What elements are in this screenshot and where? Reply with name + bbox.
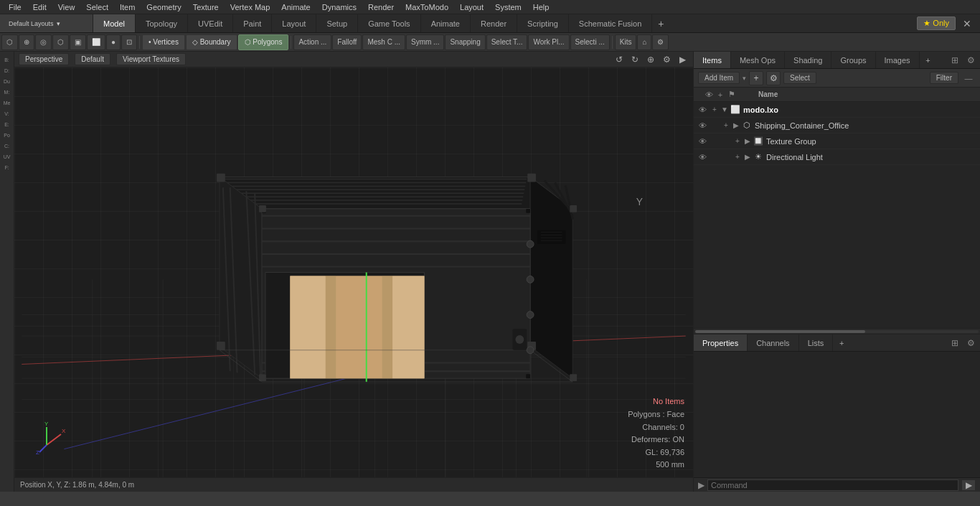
items-scrollbar[interactable] [694,328,980,334]
props-tab-lists[interactable]: Lists [799,334,834,351]
panel-tab-add-icon[interactable]: + [920,52,937,68]
left-tool-e[interactable]: E: [1,119,14,129]
menu-animate[interactable]: Animate [275,1,316,13]
work-plane-button[interactable]: Work Pl... [528,34,569,50]
panel-expand-icon[interactable]: ⊞ [948,54,961,67]
command-arrow-icon[interactable]: ▶ [698,480,705,490]
menu-view[interactable]: View [52,1,81,13]
tool-edit[interactable]: ⊡ [121,34,137,50]
eye-icon-light[interactable]: 👁 [697,151,708,163]
eye-icon-modo[interactable]: 👁 [697,104,708,116]
rotate-left-icon[interactable]: ↺ [613,53,626,66]
menu-geometry[interactable]: Geometry [141,1,187,13]
command-input[interactable] [707,479,958,491]
command-run-button[interactable]: ▶ [961,479,976,491]
tool-snap[interactable]: ◎ [35,34,52,50]
menu-texture[interactable]: Texture [187,1,225,13]
tab-topology[interactable]: Topology [136,14,188,32]
kits-button[interactable]: Kits [615,34,637,50]
viewport-canvas[interactable]: Y X Y Z No Items Polygons : Face Channel… [14,67,693,477]
menu-layout[interactable]: Layout [454,1,489,13]
texture-button[interactable]: Viewport Textures [116,53,186,65]
left-tool-v[interactable]: V: [1,108,14,118]
menu-select[interactable]: Select [80,1,114,13]
expand-icon-texture[interactable]: ▶ [743,136,753,146]
menu-system[interactable]: System [489,1,527,13]
polygons-mode[interactable]: ⬡ Polygons [238,34,289,50]
symmetry-button[interactable]: Symm ... [406,34,444,50]
left-tool-m[interactable]: M: [1,87,14,97]
menu-item[interactable]: Item [114,1,141,13]
tab-animate[interactable]: Animate [421,14,471,32]
left-tool-dup[interactable]: Du [1,76,14,86]
tab-uvedit[interactable]: UVEdit [188,14,233,32]
menu-help[interactable]: Help [527,1,555,13]
panel-tab-items[interactable]: Items [694,52,731,68]
tab-render[interactable]: Render [471,14,517,32]
boundary-mode[interactable]: ◇ Boundary [186,34,237,50]
panel-tab-shading[interactable]: Shading [785,52,831,68]
layout-selector[interactable]: Default Layouts ▾ [0,14,93,32]
list-item-light[interactable]: 👁 + ▶ ☀ Directional Light [694,149,980,165]
home-icon-btn[interactable]: ⌂ [637,34,651,50]
left-tool-c[interactable]: C: [1,141,14,151]
menu-edit[interactable]: Edit [27,1,52,13]
filter-button[interactable]: Filter [930,72,958,84]
expand-icon-shipping[interactable]: ▶ [731,121,741,131]
action-button[interactable]: Action ... [293,34,331,50]
expand-icon-light[interactable]: ▶ [743,152,753,162]
props-tab-add-icon[interactable]: + [833,334,850,351]
list-item-shipping[interactable]: 👁 + ▶ ⬡ Shipping_Container_Office [694,118,980,133]
left-tool-b[interactable]: B: [1,55,14,65]
default-button[interactable]: Default [75,53,110,65]
tab-model[interactable]: Model [93,14,136,32]
props-expand-icon[interactable]: ⊞ [948,337,961,350]
panel-settings-icon[interactable]: ⚙ [964,54,977,67]
left-tool-pol[interactable]: Po [1,130,14,140]
add-icon-btn[interactable]: + [749,71,763,85]
play-icon[interactable]: ▶ [676,53,689,66]
list-item-modo-lxo[interactable]: 👁 + ▼ ⬜ modo.lxo [694,102,980,118]
tab-scripting[interactable]: Scripting [517,14,569,32]
star-only-button[interactable]: ★ Only [917,17,956,30]
menu-render[interactable]: Render [362,1,400,13]
panel-tab-images[interactable]: Images [876,52,920,68]
left-tool-mes[interactable]: Me [1,98,14,108]
tool-grid[interactable]: ⊕ [19,34,34,50]
left-tool-d[interactable]: D: [1,65,14,75]
panel-tab-mesh-ops[interactable]: Mesh Ops [731,52,785,68]
menu-file[interactable]: File [3,1,27,13]
vertices-mode[interactable]: • Vertices [142,34,185,50]
eye-icon-shipping[interactable]: 👁 [697,120,708,131]
falloff-button[interactable]: Falloff [332,34,362,50]
panel-tab-groups[interactable]: Groups [831,52,875,68]
tool-transform[interactable]: ⬡ [52,34,69,50]
tool-select[interactable]: ⬡ [1,34,18,50]
tab-setup[interactable]: Setup [316,14,358,32]
tab-layout[interactable]: Layout [272,14,316,32]
expand-icon-modo[interactable]: ▼ [720,105,730,115]
tool-mat[interactable]: ● [106,34,121,50]
add-item-button[interactable]: Add Item [698,72,740,84]
select-button[interactable]: Select [783,72,816,84]
settings2-icon-btn[interactable]: ⚙ [766,71,781,85]
zoom-icon[interactable]: ⊕ [644,53,657,66]
viewport-settings-icon[interactable]: ⚙ [660,53,673,66]
tab-paint[interactable]: Paint [233,14,272,32]
select-t-button[interactable]: Select T... [486,34,528,50]
left-tool-f[interactable]: F: [1,162,14,172]
settings-icon-btn[interactable]: ⚙ [652,34,669,50]
items-list[interactable]: 👁 + ▼ ⬜ modo.lxo 👁 + ▶ ⬡ Shipping_Contai… [694,102,980,328]
props-tab-channels[interactable]: Channels [748,334,798,351]
menu-dynamics[interactable]: Dynamics [316,1,362,13]
tab-schematic-fusion[interactable]: Schematic Fusion [569,14,652,32]
tab-game-tools[interactable]: Game Tools [358,14,421,32]
perspective-button[interactable]: Perspective [19,53,69,65]
list-item-texture[interactable]: 👁 + ▶ 🔲 Texture Group [694,133,980,149]
layout-close-icon[interactable]: ✕ [960,17,974,31]
items-collapse-icon[interactable]: — [961,71,976,85]
menu-vertex-map[interactable]: Vertex Map [225,1,276,13]
mesh-c-button[interactable]: Mesh C ... [362,34,405,50]
tab-add-icon[interactable]: + [652,14,669,32]
eye-icon-texture[interactable]: 👁 [697,136,708,147]
